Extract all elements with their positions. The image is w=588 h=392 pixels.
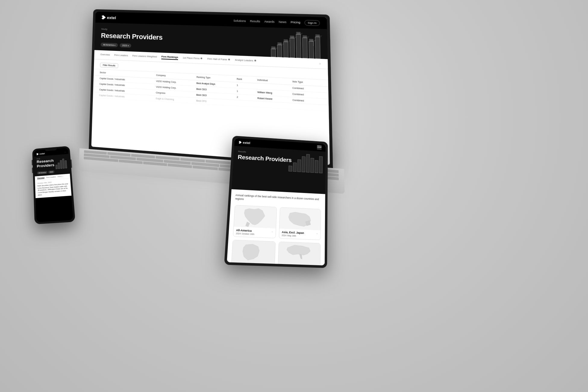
tab-analyst-leaders[interactable]: Analyst Leaders ✺: [235, 58, 256, 63]
row4-rank: [237, 103, 258, 104]
bar-1: [271, 49, 276, 57]
laptop-nav-links: Solutions Results Awards News Pricing Si…: [233, 18, 320, 26]
nav-pricing[interactable]: Pricing: [291, 20, 300, 24]
phone-status: ···: [64, 151, 66, 153]
phone-bar: [60, 160, 62, 169]
col-company: Company: [156, 74, 196, 78]
tablet-bar-chart: [289, 152, 323, 173]
card-brazil[interactable]: Brazil → 2024 July 23rd: [231, 240, 276, 265]
card-map-north-america: [234, 205, 277, 229]
bar-7: [309, 41, 314, 59]
phone-article: BofA Securities claims first place this …: [38, 183, 69, 196]
card-info: All-America → 2024 October 24th: [233, 227, 276, 238]
tablet-frame: extel Results Research Providers: [224, 136, 328, 268]
tab-firm-rankings[interactable]: Firm Rankings: [161, 55, 178, 60]
brazil-map-svg: [232, 240, 275, 264]
asia-map-svg: [280, 207, 321, 230]
tab-1st-place[interactable]: 1st Place Firms ✺: [183, 56, 202, 61]
tab-firm-leaders[interactable]: Firm Leaders: [114, 54, 128, 58]
card-map-asia: [280, 207, 321, 230]
col-rank: Rank: [237, 78, 257, 81]
phone-screen: extel ··· Study Research Providers: [34, 148, 74, 222]
phone-tab-firm-leaders[interactable]: Firm Leaders: [46, 176, 56, 179]
card-title-all-america: All-America: [236, 229, 252, 232]
card-info: Asia, Excl. Japan → 2024 May 28th: [279, 229, 321, 240]
row3-ranking-type: Best CEO: [196, 94, 237, 98]
year-filter[interactable]: 2023: [120, 43, 131, 48]
nav-awards[interactable]: Awards: [264, 20, 274, 23]
phone-year-filter[interactable]: 2023: [48, 170, 55, 174]
tab-firm-leaders-weighted[interactable]: Firm Leaders Weighted: [132, 54, 157, 59]
phone-hero: Study Research Providers All America 202…: [34, 154, 70, 176]
bar-4: [289, 38, 295, 58]
phone-content: October 24th, 2023 BofA Securities claim…: [35, 178, 71, 198]
tablet-bar: [315, 160, 318, 173]
filter-results-button[interactable]: Filter Results: [100, 63, 118, 68]
row1-individual: [257, 86, 292, 88]
row4-ranking-type: Best CFO: [196, 100, 237, 104]
phone-vol-down: [32, 167, 33, 173]
phone-device: extel ··· Study Research Providers: [32, 146, 75, 224]
tabs-next-arrow[interactable]: ›: [319, 62, 321, 65]
card-canada[interactable]: Canada → 2024 October 30th: [278, 241, 321, 266]
phone-america-filter[interactable]: All America: [37, 171, 48, 175]
card-all-america[interactable]: All-America → 2024 October 24th: [233, 205, 277, 238]
row2-ranking-type: Best CEO: [196, 88, 237, 92]
menu-line-2: [317, 147, 322, 148]
america-filter[interactable]: All America: [101, 42, 118, 47]
extel-logo-icon: [102, 15, 106, 19]
bar-2: [277, 45, 282, 57]
nav-solutions[interactable]: Solutions: [233, 19, 246, 23]
card-map-canada: [278, 242, 321, 265]
menu-line-3: [317, 148, 321, 149]
phone-bar: [65, 160, 67, 168]
bar-6: [302, 38, 308, 58]
card-arrow: →: [271, 231, 273, 234]
col-vote-type: Vote Type: [292, 80, 321, 84]
tablet-screen: extel Results Research Providers: [227, 138, 326, 266]
row4-vote-type: [292, 106, 321, 108]
nav-results[interactable]: Results: [250, 20, 260, 23]
card-asia[interactable]: Asia, Excl. Japan → 2024 May 28th: [279, 207, 321, 240]
phone-bar: [62, 159, 65, 169]
tablet-bar: [302, 156, 305, 172]
row2-rank: 1: [237, 90, 257, 93]
row3-vote-type: Combined: [292, 99, 321, 103]
menu-icon[interactable]: [317, 146, 321, 149]
phone-vol-up: [32, 160, 33, 165]
tablet-hero: Results Research Providers: [232, 146, 326, 194]
card-map-brazil: [232, 240, 275, 264]
tablet-bar: [293, 163, 296, 172]
row3-company: Cimpress: [156, 92, 196, 96]
phone-logo-text: extel: [39, 152, 45, 155]
tab-hall-of-fame[interactable]: Firm Hall of Fame ✺: [207, 57, 230, 62]
phone-bar: [58, 163, 60, 169]
phone-logo-icon: [36, 153, 39, 155]
tablet-logo-icon: [239, 141, 242, 144]
menu-line-1: [317, 146, 322, 146]
row1-ranking-type: Best Analyst Days: [196, 82, 237, 86]
phone-bar: [55, 165, 58, 169]
phone-tab-overview[interactable]: Overview: [37, 177, 45, 179]
col-individual: Individual: [257, 79, 292, 82]
nav-news[interactable]: News: [279, 20, 286, 23]
tablet-bar: [310, 158, 314, 173]
bar-5: [296, 34, 301, 58]
tablet-description: Annual rankings of the best sell-side re…: [235, 194, 321, 205]
canada-map-svg: [278, 242, 321, 265]
tablet-logo: extel: [239, 141, 250, 145]
tablet-device: extel Results Research Providers: [224, 136, 328, 268]
sign-in-button[interactable]: Sign In: [305, 20, 320, 26]
card-title-asia: Asia, Excl. Japan: [282, 231, 304, 235]
phone-tab-firm-l[interactable]: Firm L...: [58, 175, 64, 178]
card-arrow: →: [316, 232, 318, 235]
tablet-bar: [319, 156, 323, 173]
bar-3: [283, 42, 289, 58]
row1-vote-type: Combined: [292, 87, 321, 91]
hero-bar-chart: [271, 31, 321, 59]
tab-overview[interactable]: Overview: [100, 53, 110, 57]
row4-sector: Capital Goods / Industrials: [99, 94, 156, 99]
row1-rank: 1: [237, 84, 257, 87]
tablet-bar: [306, 154, 310, 173]
row4-individual: [257, 104, 292, 106]
